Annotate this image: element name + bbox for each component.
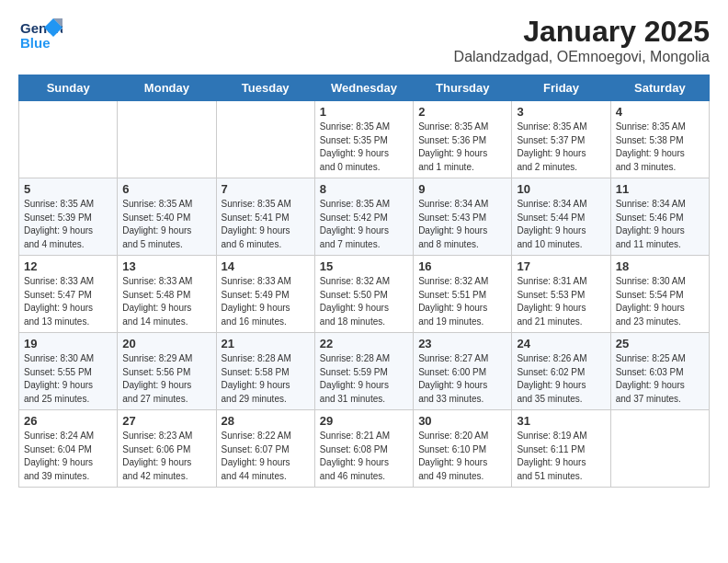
week-row-3: 12Sunrise: 8:33 AM Sunset: 5:47 PM Dayli… — [19, 256, 710, 333]
date-number: 15 — [320, 259, 408, 273]
calendar-cell: 9Sunrise: 8:34 AM Sunset: 5:43 PM Daylig… — [414, 178, 512, 256]
calendar-cell — [19, 101, 118, 178]
cell-info: Sunrise: 8:35 AM Sunset: 5:40 PM Dayligh… — [122, 198, 210, 251]
date-number: 23 — [418, 337, 506, 350]
date-number: 27 — [122, 414, 210, 428]
date-number: 7 — [222, 182, 310, 196]
calendar-cell: 11Sunrise: 8:34 AM Sunset: 5:46 PM Dayli… — [610, 178, 709, 256]
date-number: 5 — [24, 182, 112, 196]
date-number: 31 — [517, 414, 605, 428]
page-header: General Blue January 2025 Dalandzadgad, … — [18, 15, 710, 65]
cell-info: Sunrise: 8:28 AM Sunset: 5:58 PM Dayligh… — [222, 352, 310, 406]
cell-info: Sunrise: 8:30 AM Sunset: 5:54 PM Dayligh… — [616, 275, 704, 328]
week-row-1: 1Sunrise: 8:35 AM Sunset: 5:35 PM Daylig… — [19, 101, 710, 178]
date-number: 14 — [222, 259, 310, 273]
date-number: 26 — [24, 414, 112, 428]
date-number: 10 — [517, 182, 605, 196]
calendar-cell: 4Sunrise: 8:35 AM Sunset: 5:38 PM Daylig… — [610, 101, 709, 178]
day-header-saturday: Saturday — [610, 75, 709, 101]
calendar-cell — [216, 101, 314, 178]
date-number: 6 — [122, 182, 210, 196]
cell-info: Sunrise: 8:22 AM Sunset: 6:07 PM Dayligh… — [222, 430, 310, 483]
calendar-cell: 6Sunrise: 8:35 AM Sunset: 5:40 PM Daylig… — [118, 178, 216, 256]
calendar-cell: 3Sunrise: 8:35 AM Sunset: 5:37 PM Daylig… — [512, 101, 610, 178]
date-number: 18 — [616, 259, 704, 273]
date-number: 16 — [418, 259, 506, 273]
calendar-cell: 23Sunrise: 8:27 AM Sunset: 6:00 PM Dayli… — [414, 333, 512, 410]
cell-info: Sunrise: 8:21 AM Sunset: 6:08 PM Dayligh… — [320, 430, 408, 483]
calendar-cell: 16Sunrise: 8:32 AM Sunset: 5:51 PM Dayli… — [414, 256, 512, 333]
svg-text:Blue: Blue — [20, 35, 51, 51]
date-number: 28 — [222, 414, 310, 428]
date-number: 22 — [320, 337, 408, 350]
calendar-cell: 19Sunrise: 8:30 AM Sunset: 5:55 PM Dayli… — [19, 333, 118, 410]
date-number: 1 — [320, 105, 408, 119]
day-header-thursday: Thursday — [414, 75, 512, 101]
cell-info: Sunrise: 8:35 AM Sunset: 5:41 PM Dayligh… — [222, 198, 310, 251]
date-number: 2 — [418, 105, 506, 119]
calendar-cell: 21Sunrise: 8:28 AM Sunset: 5:58 PM Dayli… — [216, 333, 314, 410]
calendar-cell: 15Sunrise: 8:32 AM Sunset: 5:50 PM Dayli… — [314, 256, 413, 333]
calendar-cell: 22Sunrise: 8:28 AM Sunset: 5:59 PM Dayli… — [314, 333, 413, 410]
cell-info: Sunrise: 8:35 AM Sunset: 5:37 PM Dayligh… — [517, 121, 605, 174]
calendar-cell: 5Sunrise: 8:35 AM Sunset: 5:39 PM Daylig… — [19, 178, 118, 256]
week-row-4: 19Sunrise: 8:30 AM Sunset: 5:55 PM Dayli… — [19, 333, 710, 410]
calendar-cell: 25Sunrise: 8:25 AM Sunset: 6:03 PM Dayli… — [610, 333, 709, 410]
calendar-cell: 26Sunrise: 8:24 AM Sunset: 6:04 PM Dayli… — [19, 410, 118, 488]
cell-info: Sunrise: 8:34 AM Sunset: 5:46 PM Dayligh… — [616, 198, 704, 251]
cell-info: Sunrise: 8:35 AM Sunset: 5:39 PM Dayligh… — [24, 198, 112, 251]
calendar-cell: 13Sunrise: 8:33 AM Sunset: 5:48 PM Dayli… — [118, 256, 216, 333]
cell-info: Sunrise: 8:33 AM Sunset: 5:47 PM Dayligh… — [24, 275, 112, 328]
calendar-cell: 27Sunrise: 8:23 AM Sunset: 6:06 PM Dayli… — [118, 410, 216, 488]
calendar-cell: 18Sunrise: 8:30 AM Sunset: 5:54 PM Dayli… — [610, 256, 709, 333]
calendar-cell: 31Sunrise: 8:19 AM Sunset: 6:11 PM Dayli… — [512, 410, 610, 488]
date-number: 30 — [418, 414, 506, 428]
day-header-monday: Monday — [118, 75, 216, 101]
calendar-cell: 10Sunrise: 8:34 AM Sunset: 5:44 PM Dayli… — [512, 178, 610, 256]
calendar-cell: 20Sunrise: 8:29 AM Sunset: 5:56 PM Dayli… — [118, 333, 216, 410]
date-number: 29 — [320, 414, 408, 428]
logo: General Blue — [18, 15, 63, 55]
day-header-tuesday: Tuesday — [216, 75, 314, 101]
calendar-cell: 29Sunrise: 8:21 AM Sunset: 6:08 PM Dayli… — [314, 410, 413, 488]
cell-info: Sunrise: 8:28 AM Sunset: 5:59 PM Dayligh… — [320, 352, 408, 406]
cell-info: Sunrise: 8:35 AM Sunset: 5:42 PM Dayligh… — [320, 198, 408, 251]
date-number: 17 — [517, 259, 605, 273]
date-number: 4 — [616, 105, 704, 119]
week-row-5: 26Sunrise: 8:24 AM Sunset: 6:04 PM Dayli… — [19, 410, 710, 488]
calendar-table: SundayMondayTuesdayWednesdayThursdayFrid… — [18, 75, 710, 488]
week-row-2: 5Sunrise: 8:35 AM Sunset: 5:39 PM Daylig… — [19, 178, 710, 256]
subtitle: Dalandzadgad, OEmnoegovi, Mongolia — [454, 49, 710, 65]
calendar-cell: 7Sunrise: 8:35 AM Sunset: 5:41 PM Daylig… — [216, 178, 314, 256]
calendar-cell: 14Sunrise: 8:33 AM Sunset: 5:49 PM Dayli… — [216, 256, 314, 333]
cell-info: Sunrise: 8:20 AM Sunset: 6:10 PM Dayligh… — [418, 430, 506, 483]
cell-info: Sunrise: 8:35 AM Sunset: 5:36 PM Dayligh… — [418, 121, 506, 174]
calendar-cell: 24Sunrise: 8:26 AM Sunset: 6:02 PM Dayli… — [512, 333, 610, 410]
cell-info: Sunrise: 8:30 AM Sunset: 5:55 PM Dayligh… — [24, 352, 112, 406]
day-header-wednesday: Wednesday — [314, 75, 413, 101]
cell-info: Sunrise: 8:24 AM Sunset: 6:04 PM Dayligh… — [24, 430, 112, 483]
cell-info: Sunrise: 8:35 AM Sunset: 5:38 PM Dayligh… — [616, 121, 704, 174]
cell-info: Sunrise: 8:27 AM Sunset: 6:00 PM Dayligh… — [418, 352, 506, 406]
date-number: 9 — [418, 182, 506, 196]
cell-info: Sunrise: 8:31 AM Sunset: 5:53 PM Dayligh… — [517, 275, 605, 328]
calendar-cell: 8Sunrise: 8:35 AM Sunset: 5:42 PM Daylig… — [314, 178, 413, 256]
title-block: January 2025 Dalandzadgad, OEmnoegovi, M… — [454, 15, 710, 65]
cell-info: Sunrise: 8:29 AM Sunset: 5:56 PM Dayligh… — [122, 352, 210, 406]
date-number: 8 — [320, 182, 408, 196]
cell-info: Sunrise: 8:32 AM Sunset: 5:50 PM Dayligh… — [320, 275, 408, 328]
day-header-friday: Friday — [512, 75, 610, 101]
cell-info: Sunrise: 8:35 AM Sunset: 5:35 PM Dayligh… — [320, 121, 408, 174]
date-number: 19 — [24, 337, 112, 350]
cell-info: Sunrise: 8:25 AM Sunset: 6:03 PM Dayligh… — [616, 352, 704, 406]
date-number: 25 — [616, 337, 704, 350]
calendar-cell: 17Sunrise: 8:31 AM Sunset: 5:53 PM Dayli… — [512, 256, 610, 333]
date-number: 11 — [616, 182, 704, 196]
date-number: 13 — [122, 259, 210, 273]
calendar-cell — [610, 410, 709, 488]
date-number: 24 — [517, 337, 605, 350]
date-number: 21 — [222, 337, 310, 350]
main-title: January 2025 — [454, 15, 710, 49]
calendar-cell: 1Sunrise: 8:35 AM Sunset: 5:35 PM Daylig… — [314, 101, 413, 178]
cell-info: Sunrise: 8:26 AM Sunset: 6:02 PM Dayligh… — [517, 352, 605, 406]
